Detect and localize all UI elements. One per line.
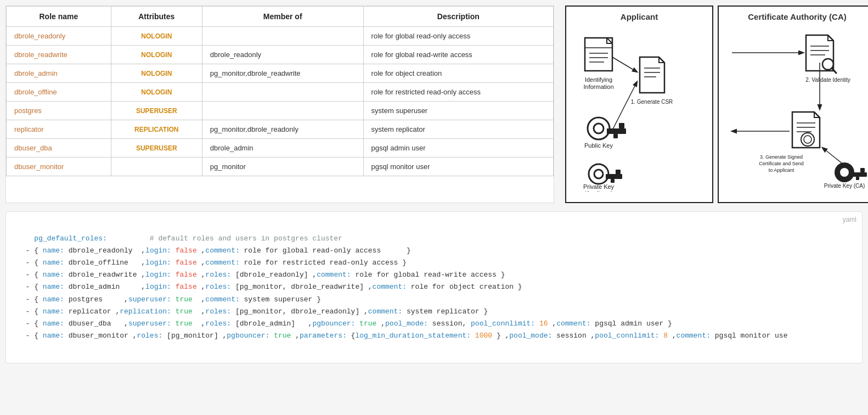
cell-attr-5: REPLICATION	[111, 120, 202, 139]
svg-rect-50	[860, 168, 865, 172]
roles-table-container: Role name Attributes Member of Descripti…	[5, 5, 554, 203]
col-member-of: Member of	[202, 7, 363, 27]
table-row: replicator REPLICATION pg_monitor,dbrole…	[7, 120, 554, 139]
table-row: dbrole_readonly NOLOGIN role for global …	[7, 27, 554, 46]
svg-point-14	[589, 164, 608, 184]
svg-rect-17	[616, 170, 621, 175]
code-block: yamlpg_default_roles: # default roles an…	[5, 211, 863, 363]
svg-text:to Applicant: to Applicant	[769, 167, 794, 173]
cell-role-2: dbrole_admin	[7, 64, 111, 83]
svg-point-41	[804, 136, 811, 143]
cell-attr-2: NOLOGIN	[111, 64, 202, 83]
cell-member-2: pg_monitor,dbrole_readwrite	[202, 64, 363, 83]
applicant-box: Applicant Identifying Information	[565, 5, 713, 203]
code-line-4: - { name: dbrole_admin ,login: false ,ro…	[26, 283, 522, 291]
cell-member-3	[202, 83, 363, 102]
cell-role-1: dbrole_readwrite	[7, 46, 111, 64]
col-description: Description	[363, 7, 553, 27]
code-line-3: - { name: dbrole_readwrite ,login: false…	[26, 271, 505, 279]
svg-rect-49	[852, 172, 867, 177]
cell-member-7: pg_monitor	[202, 158, 363, 176]
svg-rect-11	[619, 123, 624, 128]
cell-role-7: dbuser_monitor	[7, 158, 111, 176]
cell-desc-0: role for global read-only access	[363, 27, 553, 46]
cell-desc-2: role for object creation	[363, 64, 553, 83]
table-row: postgres SUPERUSER system superuser	[7, 102, 554, 120]
svg-text:Certificate and Send: Certificate and Send	[759, 161, 804, 166]
svg-point-40	[801, 133, 814, 146]
cell-member-6: dbrole_admin	[202, 139, 363, 158]
svg-text:Information: Information	[583, 83, 613, 90]
ca-box: Certificate Authority (CA)	[718, 5, 868, 203]
cell-role-3: dbrole_offline	[7, 83, 111, 102]
table-row: dbuser_dba SUPERUSER dbrole_admin pgsql …	[7, 139, 554, 158]
table-row: dbrole_admin NOLOGIN pg_monitor,dbrole_r…	[7, 64, 554, 83]
svg-text:Private Key: Private Key	[583, 183, 615, 190]
diagram-section: Applicant Identifying Information	[565, 5, 868, 203]
svg-rect-18	[611, 179, 615, 183]
table-row: dbrole_readwrite NOLOGIN dbrole_readonly…	[7, 46, 554, 64]
code-line-2: - { name: dbrole_offline ,login: false ,…	[26, 259, 407, 267]
cell-attr-3: NOLOGIN	[111, 83, 202, 102]
svg-rect-12	[613, 134, 618, 138]
svg-point-15	[594, 170, 603, 178]
svg-text:(Applicant): (Applicant)	[584, 190, 613, 192]
svg-text:1. Generate CSR: 1. Generate CSR	[631, 99, 673, 105]
code-comment-1: # default roles and users in postgres cl…	[107, 234, 342, 243]
svg-line-53	[822, 148, 842, 163]
ca-diagram: 2. Validate Identity 3. Generate Signed …	[726, 27, 868, 192]
svg-point-9	[594, 124, 604, 133]
svg-point-48	[840, 168, 849, 177]
cell-role-4: postgres	[7, 102, 111, 120]
cell-member-4	[202, 102, 363, 120]
code-line-5: - { name: postgres ,superuser: true ,com…	[26, 295, 321, 304]
cell-desc-7: pgsql monitor user	[363, 158, 553, 176]
main-container: Role name Attributes Member of Descripti…	[0, 0, 868, 415]
code-line-6: - { name: replicator ,replication: true …	[26, 307, 488, 316]
svg-text:Private Key (CA): Private Key (CA)	[824, 183, 865, 189]
cell-attr-4: SUPERUSER	[111, 102, 202, 120]
table-row: dbrole_offline NOLOGIN role for restrict…	[7, 83, 554, 102]
table-row: dbuser_monitor pg_monitor pgsql monitor …	[7, 158, 554, 176]
svg-text:3. Generate Signed: 3. Generate Signed	[760, 154, 803, 160]
code-line-8: - { name: dbuser_monitor ,roles: [pg_mon…	[26, 332, 788, 340]
top-section: Role name Attributes Member of Descripti…	[5, 5, 863, 203]
cell-role-5: replicator	[7, 120, 111, 139]
cell-desc-1: role for global read-write access	[363, 46, 553, 64]
svg-rect-51	[856, 177, 859, 180]
code-key-1: pg_default_roles:	[34, 234, 107, 243]
applicant-diagram: Identifying Information Public Key P	[574, 27, 706, 192]
cell-desc-6: pgsql admin user	[363, 139, 553, 158]
col-attributes: Attributes	[111, 7, 202, 27]
code-line-7: - { name: dbuser_dba ,superuser: true ,r…	[26, 319, 672, 328]
cell-attr-7	[111, 158, 202, 176]
roles-table: Role name Attributes Member of Descripti…	[6, 6, 554, 176]
code-line-1: - { name: dbrole_readonly ,login: false …	[26, 246, 411, 255]
col-role-name: Role name	[7, 7, 111, 27]
cell-role-0: dbrole_readonly	[7, 27, 111, 46]
cell-attr-6: SUPERUSER	[111, 139, 202, 158]
cell-member-0	[202, 27, 363, 46]
svg-rect-16	[606, 174, 622, 179]
cell-desc-5: system replicator	[363, 120, 553, 139]
applicant-title: Applicant	[574, 12, 704, 21]
svg-text:Public Key: Public Key	[584, 142, 613, 149]
svg-point-8	[588, 117, 610, 139]
svg-text:Identifying: Identifying	[585, 76, 612, 83]
ca-title: Certificate Authority (CA)	[726, 12, 868, 21]
svg-text:2. Validate Identity: 2. Validate Identity	[805, 77, 850, 83]
cell-attr-0: NOLOGIN	[111, 27, 202, 46]
svg-rect-10	[607, 128, 626, 134]
cell-member-5: pg_monitor,dbrole_readonly	[202, 120, 363, 139]
cell-role-6: dbuser_dba	[7, 139, 111, 158]
yaml-label: yaml	[843, 214, 856, 225]
svg-line-26	[612, 57, 637, 72]
cell-desc-4: system superuser	[363, 102, 553, 120]
svg-line-27	[612, 82, 637, 130]
cell-member-1: dbrole_readonly	[202, 46, 363, 64]
cell-desc-3: role for restricted read-only access	[363, 83, 553, 102]
cell-attr-1: NOLOGIN	[111, 46, 202, 64]
